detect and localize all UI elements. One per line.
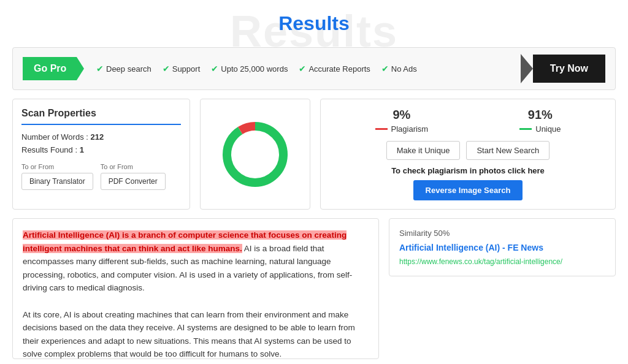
results-found-value: 1 [80, 145, 84, 154]
word-count-label: Number of Words : [21, 132, 88, 142]
page-title: Results [0, 12, 628, 35]
unique-stat: 91% Unique [519, 108, 561, 134]
main-content: Scan Properties Number of Words : 212 Re… [12, 99, 616, 210]
unique-label-row: Unique [519, 124, 561, 134]
check-icon: ✔ [299, 64, 306, 74]
feature-label: Deep search [106, 64, 151, 74]
feature-label: No Ads [391, 64, 417, 74]
tool2-group: To or From PDF Converter [101, 163, 166, 190]
word-count-row: Number of Words : 212 [21, 132, 181, 142]
reverse-image-search-button[interactable]: Reverse Image Search [413, 180, 523, 200]
check-icon: ✔ [381, 64, 389, 74]
tool-links: To or From Binary Translator To or From … [21, 163, 181, 190]
tool1-label: To or From [21, 163, 93, 170]
feature-label: Support [172, 64, 201, 74]
tool1-group: To or From Binary Translator [21, 163, 93, 190]
check-icon: ✔ [211, 64, 218, 74]
word-count-value: 212 [90, 132, 104, 142]
feature-support: ✔ Support [163, 64, 201, 74]
plagiarism-label: Plagiarism [391, 124, 429, 134]
plagiarism-dash [375, 128, 388, 130]
feature-deep-search: ✔ Deep search [96, 64, 151, 74]
feature-label: Upto 25,000 words [221, 64, 288, 74]
check-icon: ✔ [96, 64, 104, 74]
similarity-url: https://www.fenews.co.uk/tag/artificial-… [399, 257, 605, 266]
plagiarism-label-row: Plagiarism [375, 124, 429, 134]
unique-percent: 91% [519, 108, 561, 122]
feature-label: Accurate Reports [308, 64, 370, 74]
stats-row: 9% Plagiarism 91% Unique [329, 108, 607, 134]
feature-reports: ✔ Accurate Reports [299, 64, 370, 74]
bottom-section: Artificial Intelligence (AI) is a branch… [12, 218, 616, 359]
start-new-search-button[interactable]: Start New Search [466, 141, 550, 160]
tool2-label: To or From [101, 163, 166, 170]
unique-label: Unique [535, 124, 561, 134]
plagiarism-stat: 9% Plagiarism [375, 108, 429, 134]
make-unique-button[interactable]: Make it Unique [386, 141, 461, 160]
page-title-area: Results Results [0, 0, 628, 41]
stats-panel: 9% Plagiarism 91% Unique Make it Unique … [320, 99, 616, 210]
unique-dash [519, 128, 532, 130]
scan-properties-title: Scan Properties [21, 108, 181, 125]
results-found-row: Results Found : 1 [21, 145, 181, 154]
try-now-button[interactable]: Try Now [533, 55, 605, 83]
article-text-panel: Artificial Intelligence (AI) is a branch… [12, 218, 379, 359]
similarity-panel: Similarity 50% Artificial Intelligence (… [389, 218, 616, 276]
chart-panel [200, 99, 310, 210]
binary-translator-button[interactable]: Binary Translator [21, 173, 93, 190]
go-pro-button[interactable]: Go Pro [23, 57, 84, 80]
svg-point-0 [227, 126, 283, 183]
try-now-area: Try Now [521, 54, 605, 83]
similarity-label: Similarity 50% [399, 229, 605, 238]
feature-no-ads: ✔ No Ads [381, 64, 417, 74]
plagiarism-percent: 9% [375, 108, 429, 122]
scan-properties-panel: Scan Properties Number of Words : 212 Re… [12, 99, 190, 210]
article-paragraph-2: At its core, AI is about creating machin… [23, 308, 369, 359]
check-icon: ✔ [163, 64, 170, 74]
article-paragraph-1: Artificial Intelligence (AI) is a branch… [23, 229, 369, 295]
stats-buttons: Make it Unique Start New Search [329, 141, 607, 160]
feature-words: ✔ Upto 25,000 words [211, 64, 288, 74]
similarity-result-link[interactable]: Artificial Intelligence (AI) - FE News [399, 243, 605, 252]
photo-check-text: To check plagiarism in photos click here [329, 166, 607, 175]
donut-chart [218, 118, 292, 191]
pro-features-list: ✔ Deep search ✔ Support ✔ Upto 25,000 wo… [96, 64, 508, 74]
results-found-label: Results Found : [21, 145, 77, 154]
pdf-converter-button[interactable]: PDF Converter [101, 173, 166, 190]
chevron-right-icon [521, 54, 533, 83]
